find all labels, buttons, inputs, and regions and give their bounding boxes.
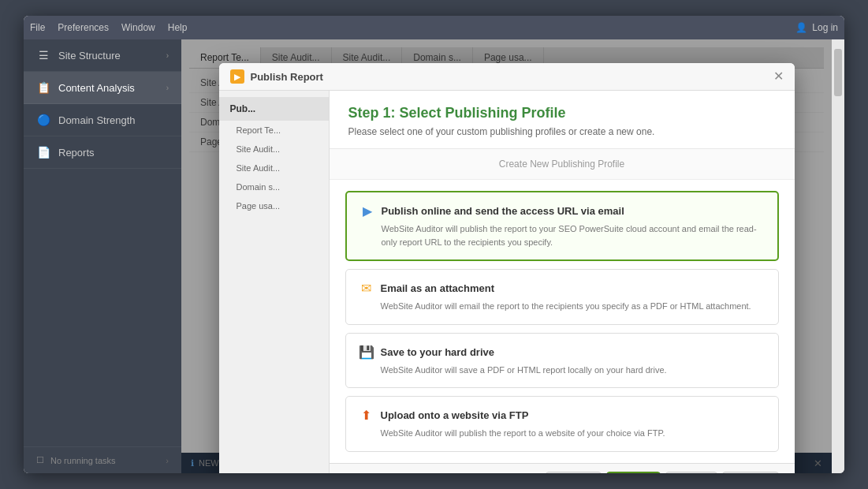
option-save-hard-drive[interactable]: 💾 Save to your hard drive WebSite Audito… [345, 333, 779, 389]
modal-body: Pub... Report Te... Site Audit... Site A… [219, 91, 795, 473]
site-structure-icon: ☰ [36, 49, 50, 62]
publish-report-modal: ▶ Publish Report ✕ Pub... Report Te... S… [219, 63, 795, 473]
option-email-header: ✉ Email as an attachment [359, 281, 766, 296]
modal-icon-label: ▶ [234, 73, 240, 81]
footer-buttons: < Back Next > Finish Cancel [546, 472, 778, 474]
option-publish-online[interactable]: ▶ Publish online and send the access URL… [345, 191, 779, 261]
sidebar: ☰ Site Structure › 📋 Content Analysis › … [24, 39, 181, 473]
sidebar-bottom: ☐ No running tasks › [24, 446, 181, 473]
chevron-right-icon-2: › [166, 84, 169, 92]
right-scrollbar[interactable] [832, 39, 844, 473]
content-analysis-icon: 📋 [36, 81, 50, 94]
publish-online-icon: ▶ [359, 203, 375, 218]
option-publish-online-header: ▶ Publish online and send the access URL… [359, 203, 765, 218]
tasks-icon: ☐ [36, 455, 44, 465]
option-ftp-header: ⬆ Upload onto a website via FTP [359, 408, 766, 423]
scrollbar-thumb[interactable] [834, 49, 842, 96]
reports-icon: 📄 [36, 146, 50, 159]
publish-online-title: Publish online and send the access URL v… [382, 205, 624, 217]
option-email-attachment[interactable]: ✉ Email as an attachment WebSite Auditor… [345, 269, 779, 325]
menu-file[interactable]: File [30, 22, 45, 33]
save-title: Save to your hard drive [381, 346, 495, 358]
sidebar-item-content-analysis-label: Content Analysis [58, 82, 135, 94]
step-title: Step 1: Select Publishing Profile [348, 105, 776, 121]
modal-nav-subitem-5[interactable]: Page usa... [219, 196, 329, 215]
domain-strength-icon: 🔵 [36, 114, 50, 126]
sidebar-item-site-structure-label: Site Structure [58, 50, 121, 62]
modal-close-button[interactable]: ✕ [773, 70, 784, 83]
modal-footer: Online Help < Back Next > Finish Cancel [330, 463, 795, 474]
sidebar-item-reports[interactable]: 📄 Reports [24, 136, 181, 169]
main-layout: ☰ Site Structure › 📋 Content Analysis › … [24, 39, 844, 473]
option-upload-ftp[interactable]: ⬆ Upload onto a website via FTP WebSite … [345, 396, 779, 452]
save-icon: 💾 [359, 345, 374, 360]
modal-nav: Pub... Report Te... Site Audit... Site A… [219, 91, 330, 473]
modal-nav-item-publish[interactable]: Pub... [219, 97, 329, 121]
next-button[interactable]: Next > [606, 472, 661, 474]
sidebar-item-site-structure[interactable]: ☰ Site Structure › [24, 39, 181, 72]
ftp-title: Upload onto a website via FTP [381, 409, 529, 421]
ftp-desc: WebSite Auditor will publish the report … [359, 427, 766, 440]
section-divider: Create New Publishing Profile [330, 149, 795, 180]
email-desc: WebSite Auditor will email the report to… [359, 300, 766, 313]
finish-button[interactable]: Finish [665, 472, 717, 474]
modal-nav-subitem-4[interactable]: Domain s... [219, 177, 329, 196]
back-button[interactable]: < Back [546, 472, 602, 474]
menu-window[interactable]: Window [121, 22, 155, 33]
modal-main: Step 1: Select Publishing Profile Please… [330, 91, 795, 473]
cancel-button[interactable]: Cancel [722, 472, 778, 474]
modal-titlebar: ▶ Publish Report ✕ [219, 63, 795, 91]
sidebar-item-content-analysis[interactable]: 📋 Content Analysis › [24, 72, 181, 104]
save-desc: WebSite Auditor will save a PDF or HTML … [359, 364, 766, 377]
email-icon: ✉ [359, 281, 374, 296]
modal-nav-subitem-3[interactable]: Site Audit... [219, 159, 329, 177]
login-label: Log in [812, 22, 838, 33]
sidebar-item-domain-strength[interactable]: 🔵 Domain Strength [24, 104, 181, 136]
menu-help[interactable]: Help [168, 22, 188, 33]
sidebar-item-domain-strength-label: Domain Strength [58, 114, 136, 126]
app-window: File Preferences Window Help 👤 Log in ☰ … [24, 16, 844, 473]
step-subtitle: Please select one of your custom publish… [348, 126, 776, 137]
no-running-tasks-label: No running tasks [50, 456, 116, 465]
menu-preferences[interactable]: Preferences [58, 22, 109, 33]
section-label: Create New Publishing Profile [499, 159, 624, 170]
modal-nav-subitem-2[interactable]: Site Audit... [219, 140, 329, 159]
login-button[interactable]: 👤 Log in [795, 22, 838, 33]
modal-nav-subitem-1[interactable]: Report Te... [219, 121, 329, 140]
content-area: Report Te... Site Audit... Site Audit...… [181, 39, 832, 473]
modal-title-icon: ▶ [230, 69, 244, 84]
menu-bar: File Preferences Window Help 👤 Log in [24, 16, 844, 39]
option-save-header: 💾 Save to your hard drive [359, 345, 766, 360]
modal-title-text: Publish Report [251, 71, 323, 83]
modal-scroll-area[interactable]: Create New Publishing Profile ▶ Publish … [330, 149, 795, 463]
publish-online-desc: WebSite Auditor will publish the report … [359, 222, 765, 248]
options-list: ▶ Publish online and send the access URL… [330, 180, 795, 463]
expand-tasks-icon[interactable]: › [166, 456, 169, 465]
user-icon: 👤 [795, 22, 807, 33]
chevron-right-icon: › [166, 51, 169, 60]
email-title: Email as an attachment [381, 282, 495, 294]
step-header: Step 1: Select Publishing Profile Please… [330, 91, 795, 149]
modal-overlay: ▶ Publish Report ✕ Pub... Report Te... S… [181, 39, 832, 473]
sidebar-item-reports-label: Reports [58, 147, 95, 159]
ftp-icon: ⬆ [359, 408, 374, 423]
